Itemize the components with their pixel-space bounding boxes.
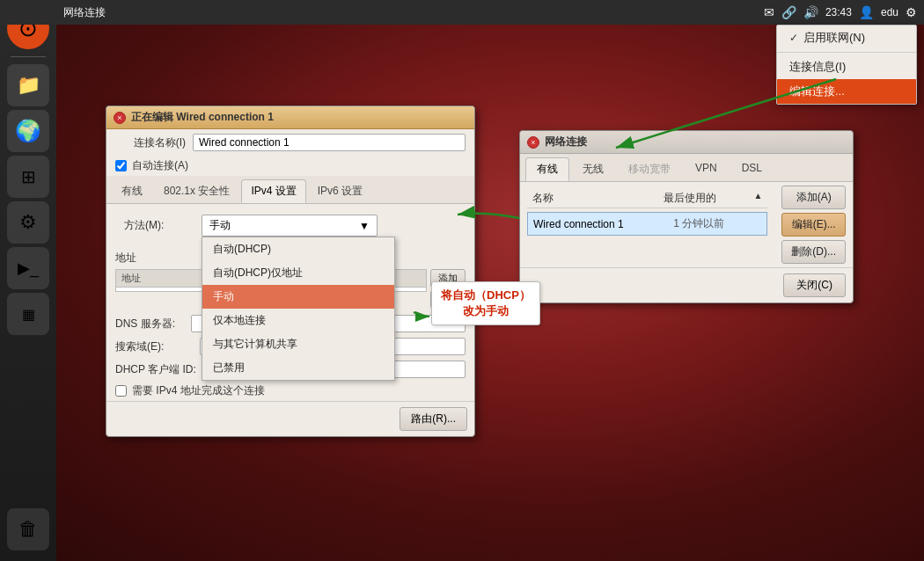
time-display: 23:43 [825,6,852,18]
sort-icon: ▲ [753,191,762,206]
route-button[interactable]: 路由(R)... [400,407,467,431]
user-name: edu [881,6,898,18]
sidebar-icon-settings[interactable]: ⚙ [7,201,49,244]
edit-titlebar: × 正在编辑 Wired connection 1 [106,106,474,129]
apps-icon: ⊞ [21,166,36,187]
method-current-value: 手动 [209,218,231,233]
edit-tab-ipv4[interactable]: IPv4 设置 [241,179,305,203]
auto-connect-checkbox[interactable] [115,160,127,171]
panel-title: 网络连接 [63,5,106,20]
sidebar-icon-firefox[interactable]: 🌍 [7,110,49,152]
edit-tab-8021x[interactable]: 802.1x 安全性 [154,179,239,203]
email-icon[interactable]: ✉ [764,5,774,19]
net-content: 名称 最后使用的 ▲ Wired connection 1 1 分钟以前 [520,182,774,246]
method-option-local[interactable]: 仅本地连接 [202,309,394,332]
tray-menu-edit-conn[interactable]: 编辑连接... [777,79,916,104]
panel-right: ✉ 🔗 🔊 23:43 👤 edu ⚙ [764,5,917,19]
sidebar-icon-apps[interactable]: ⊞ [7,156,49,198]
connection-name: Wired connection 1 [533,218,673,230]
system-tray-menu: ✓ 启用联网(N) 连接信息(I) 编辑连接... [776,25,917,105]
tab-vpn[interactable]: VPN [684,157,729,181]
settings-icon: ⚙ [19,211,37,234]
edit-window-close[interactable]: × [114,112,126,124]
top-panel: 网络连接 ✉ 🔗 🔊 23:43 👤 edu ⚙ [0,0,924,25]
network-icon[interactable]: 🔗 [781,5,796,19]
method-option-disabled[interactable]: 已禁用 [202,356,394,380]
method-option-auto-dhcp[interactable]: 自动(DHCP) [202,237,394,261]
tab-mobile: 移动宽带 [617,157,682,181]
sidebar-icon-terminal[interactable]: ▶_ [7,247,49,289]
user-icon[interactable]: 👤 [859,5,874,19]
conn-info-label: 连接信息(I) [789,59,846,75]
sidebar: ⊙ 📁 🌍 ⊞ ⚙ ▶_ ▦ 🗑 [0,0,56,561]
connection-last-used: 1 分钟以前 [673,216,761,231]
col-header-name: 名称 [532,191,664,206]
method-option-shared[interactable]: 与其它计算机共享 [202,332,394,356]
net-connections-list: 名称 最后使用的 ▲ Wired connection 1 1 分钟以前 [520,182,774,267]
net-connections-window: × 网络连接 有线 无线 移动宽带 VPN DSL 名称 最后使用的 ▲ [519,130,854,303]
tab-wired[interactable]: 有线 [525,157,569,181]
edit-footer: 路由(R)... [106,401,474,436]
enable-network-label: 启用联网(N) [803,30,865,46]
require-ipv4-checkbox[interactable] [115,385,127,397]
tab-wireless[interactable]: 无线 [571,157,615,181]
net-close-button[interactable]: 关闭(C) [783,273,846,297]
ipv4-content: 方法(M): 手动 ▼ 自动(DHCP) 自动(DHCP)仅地址 手动 [106,204,474,247]
method-dropdown[interactable]: 手动 ▼ [202,215,378,237]
require-ipv4-label: 需要 IPv4 地址完成这个连接 [132,383,265,398]
sidebar-icon-files[interactable]: 📁 [7,64,49,106]
net-window-title: 网络连接 [545,135,587,149]
method-dropdown-list: 自动(DHCP) 自动(DHCP)仅地址 手动 仅本地连接 与其它计算机共享 [202,237,395,381]
edit-tab-wired[interactable]: 有线 [112,179,152,203]
edit-window-title: 正在编辑 Wired connection 1 [131,110,274,125]
net-window-actions: 添加(A) 编辑(E)... 删除(D)... [774,182,853,267]
dns-label: DNS 服务器: [115,317,186,332]
edit-conn-label: 编辑连接... [789,84,845,99]
edit-connection-window: × 正在编辑 Wired connection 1 连接名称(I) 自动连接(A… [106,106,475,437]
search-label: 搜索域(E): [115,339,194,354]
auto-connect-label: 自动连接(A) [132,158,188,173]
callout-annotation: 将自动（DHCP）改为手动 [431,281,540,325]
volume-icon[interactable]: 🔊 [803,5,818,19]
method-row: 方法(M): 手动 ▼ 自动(DHCP) 自动(DHCP)仅地址 手动 [115,211,466,240]
sidebar-icon-workspace[interactable]: ▦ [7,293,49,335]
connection-row-0[interactable]: Wired connection 1 1 分钟以前 [527,212,767,236]
net-window-body: 名称 最后使用的 ▲ Wired connection 1 1 分钟以前 添加(… [520,182,853,267]
sidebar-icon-trash[interactable]: 🗑 [7,508,49,550]
tray-menu-enable-network[interactable]: ✓ 启用联网(N) [777,26,916,50]
firefox-icon: 🌍 [15,119,41,143]
edit-connection-button[interactable]: 编辑(E)... [781,213,846,237]
tray-menu-conn-info[interactable]: 连接信息(I) [777,55,916,79]
callout-text: 将自动（DHCP）改为手动 [441,288,531,317]
terminal-icon: ▶_ [18,259,39,278]
sidebar-divider [11,56,46,57]
delete-connection-button[interactable]: 删除(D)... [781,240,846,264]
connection-name-input[interactable] [193,134,466,151]
net-window-tabs: 有线 无线 移动宽带 VPN DSL [520,154,853,182]
checkmark-icon: ✓ [789,32,798,44]
auto-connect-row: 自动连接(A) [106,156,474,176]
tab-dsl[interactable]: DSL [730,157,774,181]
files-icon: 📁 [17,74,40,97]
method-label: 方法(M): [124,218,194,233]
dropdown-arrow-icon: ▼ [359,220,370,232]
method-option-auto-dhcp-addr[interactable]: 自动(DHCP)仅地址 [202,261,394,285]
tray-menu-divider [777,52,916,53]
workspace-icon: ▦ [22,306,35,323]
connection-name-row: 连接名称(I) [106,129,474,156]
edit-window-tabs: 有线 802.1x 安全性 IPv4 设置 IPv6 设置 [106,176,474,204]
connections-table-header: 名称 最后使用的 ▲ [527,189,767,208]
net-window-close[interactable]: × [527,136,539,149]
add-connection-button[interactable]: 添加(A) [781,186,846,209]
gear-icon[interactable]: ⚙ [906,5,917,19]
method-dropdown-container: 手动 ▼ 自动(DHCP) 自动(DHCP)仅地址 手动 仅本地连接 [202,215,378,237]
net-window-titlebar: × 网络连接 [520,131,853,154]
trash-icon: 🗑 [18,518,38,541]
edit-tab-ipv6[interactable]: IPv6 设置 [308,179,372,203]
col-header-last: 最后使用的 [664,191,752,206]
ipv4-checkbox-row: 需要 IPv4 地址完成这个连接 [106,381,474,401]
method-option-manual[interactable]: 手动 [202,285,394,309]
net-window-footer: 关闭(C) [520,267,853,302]
dhcp-label: DHCP 客户端 ID: [115,362,196,377]
connection-name-label: 连接名称(I) [115,135,186,150]
